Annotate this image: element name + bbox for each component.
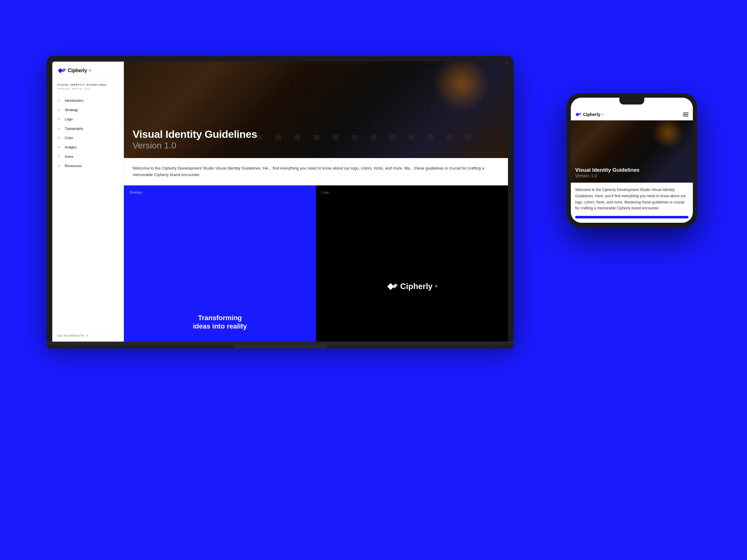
hero-main-title: Visual Identity Guidelines [133,129,257,140]
hero-text-block: Visual Identity Guidelines Version 1.0 [133,129,257,151]
color-chevron-icon: › [118,136,119,139]
nav-item-introduction[interactable]: 01 Introduction [52,96,124,105]
nav-num-06: 06 [57,145,62,149]
laptop-screen-outer: Cipherly® VISUAL IDENTITY GUIDELINES UPD… [47,56,514,342]
nav-num-02: 02 [57,108,62,111]
phone-hero-subtitle: Version 1.0 [575,173,640,178]
phone-hero-text: Visual Identity Guidelines Version 1.0 [575,167,640,178]
phone-menu-icon[interactable] [683,113,689,116]
nav-item-resources[interactable]: 08 Resources [52,161,124,170]
phone-hero-image: Visual Identity Guidelines Version 1.0 [571,121,693,183]
sidebar-logo-area: Cipherly® [52,61,124,79]
go-to-website-link[interactable]: GO TO WEBSITE ↗ [57,334,119,337]
laptop: Cipherly® VISUAL IDENTITY GUIDELINES UPD… [47,56,514,348]
nav-label-typography: Typography [65,127,83,130]
sidebar-logo-sup: ® [89,69,91,72]
laptop-base [47,342,514,348]
strategy-card[interactable]: Strategy Transformingideas into reality [124,185,316,342]
nav-num-07: 07 [57,155,62,158]
typography-chevron-icon: › [118,127,119,130]
cipherly-logo-icon [57,67,66,74]
phone-notch [619,98,644,105]
strategy-card-tagline: Transformingideas into reality [129,308,310,337]
nav-label-images: Images [65,145,77,149]
nav-item-strategy[interactable]: 02 Strategy › [52,105,124,114]
nav-item-icons[interactable]: 07 Icons › [52,152,124,161]
nav-num-05: 05 [57,136,62,139]
cards-row: Strategy Transformingideas into reality … [124,185,508,342]
intro-paragraph: Welcome to the Cipherly Development Stud… [124,158,508,185]
nav-label-logo: Logo [65,117,73,121]
laptop-screen-inner: Cipherly® VISUAL IDENTITY GUIDELINES UPD… [52,61,508,342]
nav-num-01: 01 [57,99,62,102]
nav-num-08: 08 [57,164,62,167]
icons-chevron-icon: › [118,155,119,158]
nav-item-logo[interactable]: 03 Logo › [52,114,124,124]
strategy-chevron-icon: › [118,108,119,111]
logo-card[interactable]: Logo Cipherly® [316,185,508,342]
white-logo-sup: ® [435,285,437,288]
phone-screen: Cipherly® Visual Identity Guidelines Ver… [571,98,693,223]
logo-chevron-icon: › [118,117,119,121]
phone-notch-area [571,98,693,109]
white-logo-text: Cipherly [400,282,433,291]
hero-subtitle: Version 1.0 [133,141,257,151]
images-chevron-icon: › [118,145,119,149]
cipherly-white-logo: Cipherly® [387,278,437,294]
nav-label-introduction: Introduction [65,99,83,102]
sidebar-logo-text: Cipherly [68,68,87,74]
phone-hero-title: Visual Identity Guidelines [575,167,640,173]
phone-body: Cipherly® Visual Identity Guidelines Ver… [566,93,697,227]
phone: Cipherly® Visual Identity Guidelines Ver… [566,93,697,227]
sidebar-meta: VISUAL IDENTITY GUIDELINES UPDATED: APR … [52,79,124,93]
sidebar-nav: 01 Introduction 02 Strategy › [52,93,124,329]
nav-item-typography[interactable]: 04 Typography › [52,124,124,133]
nav-label-icons: Icons [65,155,74,158]
nav-num-04: 04 [57,127,62,130]
nav-item-images[interactable]: 06 Images › [52,142,124,152]
sidebar: Cipherly® VISUAL IDENTITY GUIDELINES UPD… [52,61,124,342]
main-content: Visual Identity Guidelines Version 1.0 W… [124,61,508,342]
logo-card-label: Logo [321,190,329,194]
phone-bottom-cta-bar [575,216,689,218]
phone-logo-text: Cipherly [583,112,600,117]
phone-intro-text: Welcome to the Cipherly Development Stud… [571,183,693,216]
phone-logo: Cipherly® [575,112,603,117]
phone-header: Cipherly® [571,109,693,121]
sidebar-footer: GO TO WEBSITE ↗ [52,329,124,342]
nav-label-color: Color [65,136,73,140]
nav-item-color[interactable]: 05 Color › [52,133,124,142]
scene: Cipherly® VISUAL IDENTITY GUIDELINES UPD… [31,31,716,529]
nav-label-strategy: Strategy [65,108,78,112]
sidebar-guidelines-title: VISUAL IDENTITY GUIDELINES [57,83,119,86]
nav-num-03: 03 [57,117,62,121]
strategy-card-label: Strategy [129,190,310,194]
sidebar-updated-date: UPDATED: APR 25, 2024 [57,87,119,90]
nav-label-resources: Resources [65,164,82,168]
phone-logo-sup: ® [602,113,603,116]
hero-image: Visual Identity Guidelines Version 1.0 [124,61,508,158]
